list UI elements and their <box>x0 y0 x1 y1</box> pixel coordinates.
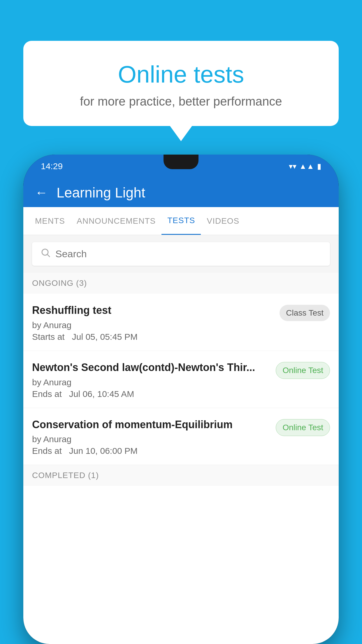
search-input[interactable] <box>55 248 322 260</box>
test-info-3: Conservation of momentum-Equilibrium by … <box>32 418 270 456</box>
test-author-1: by Anurag <box>32 320 274 330</box>
test-item-1[interactable]: Reshuffling test by Anurag Starts at Jul… <box>23 294 339 351</box>
test-badge-1: Class Test <box>280 305 330 321</box>
test-time-label-3: Ends at <box>32 446 62 456</box>
app-title: Learning Light <box>57 185 145 201</box>
speech-bubble-container: Online tests for more practice, better p… <box>23 41 339 126</box>
test-badge-3: Online Test <box>276 419 330 436</box>
tab-announcements[interactable]: ANNOUNCEMENTS <box>71 208 161 235</box>
svg-point-0 <box>42 249 48 255</box>
svg-line-1 <box>48 255 50 257</box>
status-bar: 14:29 ▾▾ ▲▲ ▮ <box>23 155 339 178</box>
test-time-label-2: Ends at <box>32 389 62 399</box>
tab-tests[interactable]: TESTS <box>161 207 201 235</box>
test-author-2: by Anurag <box>32 377 270 387</box>
test-time-1: Starts at Jul 05, 05:45 PM <box>32 332 274 342</box>
wifi-icon: ▾▾ <box>289 162 296 171</box>
battery-icon: ▮ <box>317 162 321 171</box>
test-time-value-1: Jul 05, 05:45 PM <box>72 332 138 342</box>
status-time: 14:29 <box>41 161 63 171</box>
test-item-3[interactable]: Conservation of momentum-Equilibrium by … <box>23 408 339 465</box>
test-name-2: Newton's Second law(contd)-Newton's Thir… <box>32 361 270 374</box>
test-time-2: Ends at Jul 06, 10:45 AM <box>32 389 270 399</box>
test-info-2: Newton's Second law(contd)-Newton's Thir… <box>32 361 270 399</box>
app-header: ← Learning Light <box>23 178 339 207</box>
search-container <box>23 235 339 273</box>
speech-bubble-title: Online tests <box>41 61 321 88</box>
tab-videos[interactable]: VIDEOS <box>201 208 245 235</box>
test-time-value-2: Jul 06, 10:45 AM <box>69 389 134 399</box>
back-button[interactable]: ← <box>35 185 48 200</box>
search-box[interactable] <box>32 242 330 266</box>
speech-bubble-subtitle: for more practice, better performance <box>41 94 321 108</box>
tabs-container: MENTS ANNOUNCEMENTS TESTS VIDEOS <box>23 207 339 235</box>
phone-frame: 14:29 ▾▾ ▲▲ ▮ ← Learning Light MENTS ANN… <box>23 155 339 644</box>
test-time-3: Ends at Jun 10, 06:00 PM <box>32 446 270 456</box>
test-item-2[interactable]: Newton's Second law(contd)-Newton's Thir… <box>23 351 339 408</box>
phone-screen: MENTS ANNOUNCEMENTS TESTS VIDEOS ONGOING… <box>23 207 339 644</box>
phone-notch <box>164 155 198 169</box>
tab-ments[interactable]: MENTS <box>29 208 71 235</box>
test-time-label-1: Starts at <box>32 332 65 342</box>
test-author-3: by Anurag <box>32 434 270 444</box>
search-icon <box>40 247 51 260</box>
speech-bubble: Online tests for more practice, better p… <box>23 41 339 126</box>
section-completed-label: COMPLETED (1) <box>23 465 339 486</box>
test-name-1: Reshuffling test <box>32 304 274 317</box>
status-icons: ▾▾ ▲▲ ▮ <box>289 162 321 171</box>
section-ongoing-label: ONGOING (3) <box>23 273 339 294</box>
test-info-1: Reshuffling test by Anurag Starts at Jul… <box>32 304 274 342</box>
test-name-3: Conservation of momentum-Equilibrium <box>32 418 270 432</box>
test-time-value-3: Jun 10, 06:00 PM <box>69 446 138 456</box>
test-badge-2: Online Test <box>276 362 330 379</box>
signal-icon: ▲▲ <box>299 162 314 171</box>
